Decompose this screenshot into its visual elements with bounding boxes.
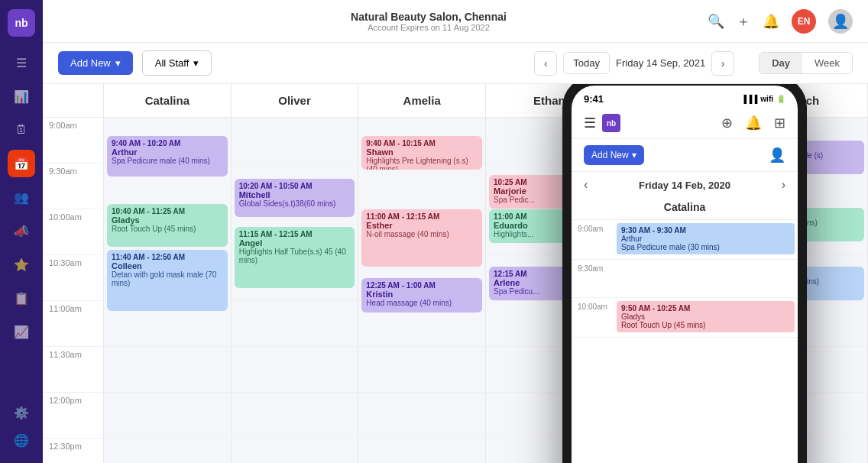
phone-next-date-button[interactable]: › (782, 178, 785, 192)
phone-overlay: 9:41 ▐▐▐ wifi 🔋 ☰ nb ⊕ 🔔 (562, 84, 807, 463)
add-new-button[interactable]: Add New ▾ (58, 51, 133, 75)
sidebar-item-settings[interactable]: ⚙️ (8, 399, 35, 426)
phone-grid-icon[interactable]: ⊞ (774, 115, 785, 131)
sidebar-item-analytics[interactable]: 📈 (8, 318, 35, 345)
phone-staff-label: Catalina (572, 198, 798, 220)
user-initials[interactable]: EN (792, 9, 816, 34)
phone-status-bar: 9:41 ▐▐▐ wifi 🔋 (572, 86, 798, 108)
time-header (43, 84, 104, 118)
sidebar-item-megaphone[interactable]: 📣 (8, 217, 35, 244)
time-slot-900: 9:00am (43, 118, 104, 164)
phone-plus-icon[interactable]: ⊕ (721, 115, 733, 131)
next-date-button[interactable]: › (711, 51, 734, 76)
add-new-label: Add New (70, 57, 111, 69)
sidebar-item-people[interactable]: 👥 (8, 183, 35, 211)
phone-appt-area-1000: 9:50 AM - 10:25 AM Gladys Root Touch Up … (614, 298, 798, 337)
wifi-icon: wifi (760, 95, 773, 103)
appt-amelia-1[interactable]: 9:40 AM - 10:15 AM Shawn Highlights Pre … (361, 136, 482, 170)
sidebar-item-translate[interactable]: 🌐 (8, 426, 35, 454)
phone-time-label-930: 9:30am (572, 260, 614, 297)
all-staff-button[interactable]: All Staff ▾ (142, 50, 212, 76)
time-slot-1100: 11:00am (43, 301, 104, 347)
appt-catalina-3[interactable]: 11:40 AM - 12:50 AM Colleen Detan with g… (107, 250, 228, 311)
time-slot-1130: 11:30am (43, 347, 104, 393)
tr (232, 393, 358, 439)
tr (232, 301, 358, 347)
tr (232, 118, 358, 164)
phone-time-label-1000: 10:00am (572, 298, 614, 337)
day-view-button[interactable]: Day (760, 53, 802, 73)
expiry-text: Account Expires on 11 Aug 2022 (351, 23, 507, 32)
phone-date-nav: ‹ Friday 14 Feb, 2020 › (572, 172, 798, 198)
sidebar: nb ☰ 📊 🗓 📅 👥 📣 ⭐ 📋 📈 ⚙️ 🌐 (0, 0, 43, 463)
phone-nav: ☰ nb ⊕ 🔔 ⊞ (572, 108, 798, 139)
staff-header-amelia: Amelia (358, 84, 485, 118)
staff-col-catalina: Catalina 9:40 AM - 10:2 (104, 84, 232, 463)
staff-body-amelia: 9:40 AM - 10:15 AM Shawn Highlights Pre … (358, 118, 485, 463)
staff-chevron: ▾ (193, 57, 199, 69)
appt-catalina-2[interactable]: 10:40 AM - 11:25 AM Gladys Root Touch Up… (107, 204, 228, 247)
tr (358, 393, 485, 439)
battery-icon: 🔋 (776, 95, 785, 103)
tr (358, 439, 485, 463)
sidebar-item-calendar2[interactable]: 🗓 (8, 116, 35, 144)
bell-icon[interactable]: 🔔 (763, 13, 779, 30)
phone-time-label-900: 9:00am (572, 220, 614, 259)
sidebar-item-chart[interactable]: 📊 (8, 83, 35, 110)
phone-add-new-button[interactable]: Add New ▾ (584, 145, 644, 165)
topbar-actions: 🔍 ＋ 🔔 EN 👤 (708, 9, 853, 34)
search-icon[interactable]: 🔍 (708, 13, 724, 30)
phone-appt-2[interactable]: 9:50 AM - 10:25 AM Gladys Root Touch Up … (617, 301, 795, 332)
appt-amelia-2[interactable]: 11:00 AM - 12:15 AM Esther N-oil massage… (361, 209, 482, 267)
appt-oliver-1[interactable]: 10:20 AM - 10:50 AM Mitchell Global Side… (235, 179, 355, 217)
logo-text: nb (15, 17, 28, 29)
topbar-center: Natural Beauty Salon, Chennai Account Ex… (351, 11, 507, 32)
phone-appt-area-930 (614, 260, 798, 297)
appt-amelia-3[interactable]: 12:25 AM - 1:00 AM Kristin Head massage … (361, 278, 482, 312)
phone-appt-area-900: 9:30 AM - 9:30 AM Arthur Spa Pedicure ma… (614, 220, 798, 259)
phone-prev-date-button[interactable]: ‹ (584, 178, 588, 192)
sidebar-item-hamburger[interactable]: ☰ (8, 49, 35, 76)
plus-icon[interactable]: ＋ (737, 12, 750, 31)
today-label: Today (573, 57, 600, 69)
sidebar-logo[interactable]: nb (8, 9, 35, 37)
phone-current-date: Friday 14 Feb, 2020 (639, 180, 730, 191)
salon-name: Natural Beauty Salon, Chennai (351, 11, 507, 23)
today-button[interactable]: Today (563, 52, 610, 74)
user-avatar[interactable]: 👤 (828, 9, 853, 34)
tr (232, 439, 358, 463)
staff-col-oliver: Oliver 10:20 AM - 10:50 (232, 84, 359, 463)
phone-time: 9:41 (584, 93, 604, 105)
phone-menu-icon[interactable]: ☰ (584, 115, 596, 131)
staff-header-catalina: Catalina (104, 84, 231, 118)
phone-calendar: 9:00am 9:30 AM - 9:30 AM Arthur Spa Pedi… (572, 220, 798, 463)
appt-oliver-2[interactable]: 11:15 AM - 12:15 AM Angel Highlights Hal… (235, 227, 355, 288)
time-slot-1030: 10:30am (43, 255, 104, 301)
phone-nav-right: ⊕ 🔔 ⊞ (721, 115, 785, 131)
tr (232, 347, 358, 393)
phone-bell-icon[interactable]: 🔔 (745, 115, 762, 131)
phone-time-row-1000: 10:00am 9:50 AM - 10:25 AM Gladys Root T… (572, 298, 798, 338)
time-column: 9:00am 9:30am 10:00am 10:30am 11:00am 11… (43, 84, 104, 463)
phone-screen: 9:41 ▐▐▐ wifi 🔋 ☰ nb ⊕ 🔔 (572, 86, 798, 463)
main-area: Natural Beauty Salon, Chennai Account Ex… (43, 0, 868, 463)
signal-icon: ▐▐▐ (741, 95, 757, 103)
prev-date-button[interactable]: ‹ (534, 51, 557, 76)
time-slot-1230: 12:30pm (43, 439, 104, 463)
appt-catalina-1[interactable]: 9:40 AM - 10:20 AM Arthur Spa Pedicure m… (107, 136, 228, 176)
time-slot-1000: 10:00am (43, 209, 104, 255)
sidebar-item-list[interactable]: 📋 (8, 284, 35, 312)
sidebar-item-star[interactable]: ⭐ (8, 251, 35, 278)
phone-status-icons: ▐▐▐ wifi 🔋 (741, 95, 785, 103)
all-staff-label: All Staff (155, 57, 189, 69)
time-slot-930: 9:30am (43, 164, 104, 209)
phone-logo: nb (602, 114, 620, 132)
week-view-button[interactable]: Week (802, 53, 852, 73)
sidebar-item-calendar-main[interactable]: 📅 (8, 150, 35, 177)
staff-col-amelia: Amelia 9:40 AM - 10:15 (358, 84, 486, 463)
phone-time-row-930: 9:30am (572, 260, 798, 298)
tr (104, 347, 231, 393)
phone-user-icon[interactable]: 👤 (769, 147, 785, 164)
phone-logo-text: nb (607, 119, 616, 128)
phone-appt-1[interactable]: 9:30 AM - 9:30 AM Arthur Spa Pedicure ma… (617, 223, 795, 254)
